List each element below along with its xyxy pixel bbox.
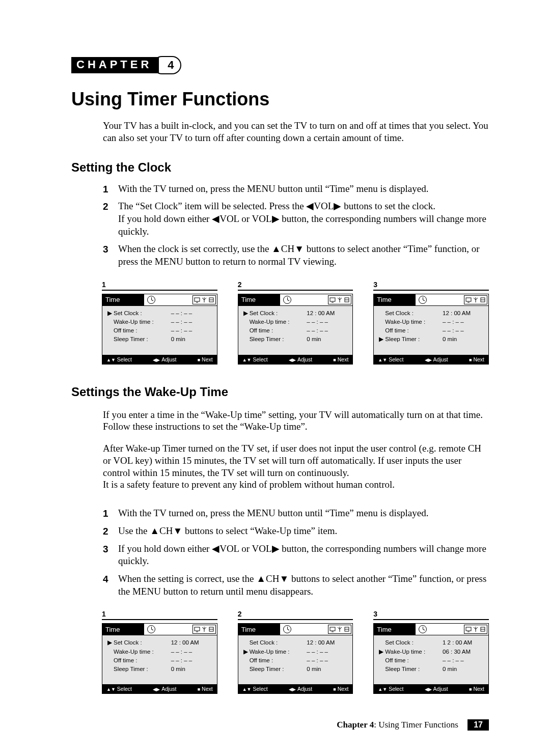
osd-row-label: Off time : [385, 326, 443, 335]
footer-chapter-label: Chapter 4 [337, 720, 374, 730]
osd-row-value: 1 2 : 00 AM [443, 638, 483, 647]
osd-footer-select: ▲▼Select [242, 356, 268, 362]
osd-row-value: 12 : 00 AM [307, 309, 347, 318]
osd-body: Set Clock :12 : 00 AMWake-Up time :– – :… [374, 306, 488, 355]
tv-icon [329, 626, 336, 632]
osd-mode-icons [464, 295, 487, 304]
osd-row-value: – – : – – [443, 326, 483, 335]
osd-row-value: 12 : 00 AM [443, 309, 483, 318]
osd-footer: ▲▼Select◀▶Adjust■Next [102, 355, 217, 364]
osd-title: Time [374, 624, 416, 635]
svg-rect-35 [466, 627, 471, 631]
osd-window: Time ▶Set Clock :12 : 00 AMWake-Up time … [238, 294, 353, 365]
osd-title-rest [144, 294, 217, 305]
osd-selection-caret: ▶ [107, 309, 114, 318]
osd-menu-block: 3Time Set Clock :12 : 00 AMWake-Up time … [373, 281, 489, 365]
osd-title: Time [238, 294, 280, 305]
page-footer: Chapter 4: Using Timer Functions 17 [337, 719, 489, 731]
osd-menu-block: 1Time ▶Set Clock :– – : – –Wake-Up time … [102, 281, 217, 365]
osd-row: Off time :– – : – – [107, 326, 212, 335]
osd-row-value: – – : – – [171, 309, 212, 318]
osd-row: Off time :– – : – – [379, 326, 483, 335]
osd-footer: ▲▼Select◀▶Adjust■Next [238, 355, 353, 364]
osd-row: Sleep Timer :0 min [379, 665, 483, 674]
osd-row-label: Off time : [250, 326, 307, 335]
osd-row-label: Set Clock : [250, 309, 307, 318]
osd-selection-caret [107, 648, 114, 656]
osd-row-value: 0 min [443, 665, 483, 674]
osd-row-value: – – : – – [307, 326, 347, 335]
svg-line-25 [204, 627, 206, 629]
osd-footer: ▲▼Select◀▶Adjust■Next [102, 684, 217, 693]
osd-row-label: Off time : [385, 656, 443, 665]
osd-mode-icons [464, 625, 487, 634]
osd-titlebar: Time [238, 624, 353, 635]
osd-selection-caret: ▶ [107, 638, 114, 647]
osd-row-label: Set Clock : [114, 638, 171, 647]
page-title: Using Timer Functions [71, 89, 489, 110]
wakeup-paragraph-2: After Wake-up Timer turned on the TV set… [103, 442, 489, 491]
menu-divider [373, 290, 489, 291]
osd-row-value: – – : – – [307, 656, 347, 665]
osd-row: ▶Set Clock :– – : – – [107, 309, 212, 318]
svg-rect-28 [330, 627, 335, 631]
osd-row-value: 0 min [443, 335, 483, 344]
osd-titlebar: Time [374, 294, 488, 306]
osd-row-label: Set Clock : [250, 638, 307, 647]
settings-icon [480, 626, 486, 632]
wakeup-steps: With the TV turned on, press the MENU bu… [103, 507, 489, 598]
menu-divider [102, 619, 217, 620]
osd-footer: ▲▼Select◀▶Adjust■Next [374, 355, 488, 364]
osd-menu-block: 3Time Set Clock :1 2 : 00 AM▶Wake-Up tim… [373, 610, 489, 694]
step-item: When the setting is correct, use the ▲CH… [103, 573, 489, 598]
osd-row: Set Clock :12 : 00 AM [243, 638, 348, 647]
osd-row-label: Sleep Timer : [250, 335, 307, 344]
svg-rect-7 [330, 298, 335, 301]
osd-selection-caret: ▶ [379, 335, 385, 344]
chapter-banner: CHAPTER 4 [71, 56, 489, 74]
menu-divider [373, 619, 489, 620]
menu-divider [238, 290, 353, 291]
osd-title: Time [102, 624, 144, 635]
osd-row-label: Set Clock : [385, 638, 443, 647]
osd-selection-caret [243, 335, 250, 344]
osd-row: ▶Set Clock :12 : 00 AM [107, 638, 212, 647]
clock-icon [419, 625, 427, 633]
osd-selection-caret [379, 318, 385, 326]
osd-row: Set Clock :1 2 : 00 AM [379, 638, 483, 647]
osd-titlebar: Time [238, 294, 353, 306]
tv-icon [194, 297, 200, 303]
osd-footer-adjust: ◀▶Adjust [153, 686, 176, 692]
osd-body: ▶Set Clock :– – : – –Wake-Up time :– – :… [102, 306, 217, 355]
osd-footer-adjust: ◀▶Adjust [289, 686, 312, 692]
osd-menu-block: 2Time ▶Set Clock :12 : 00 AMWake-Up time… [238, 281, 353, 365]
osd-row-label: Set Clock : [385, 309, 443, 318]
osd-row-label: Off time : [114, 326, 171, 335]
wakeup-paragraph-1: If you enter a time in the “Wake-Up time… [103, 409, 489, 433]
osd-row-value: – – : – – [443, 656, 483, 665]
osd-row-label: Sleep Timer : [114, 665, 171, 674]
osd-window: Time Set Clock :1 2 : 00 AM▶Wake-Up time… [373, 623, 489, 694]
osd-selection-caret [243, 318, 250, 326]
osd-row: Sleep Timer :0 min [243, 335, 348, 344]
osd-row-value: – – : – – [171, 318, 212, 326]
osd-row-value: 0 min [307, 335, 347, 344]
osd-row-value: 12 : 00 AM [307, 638, 347, 647]
osd-footer: ▲▼Select◀▶Adjust■Next [238, 684, 353, 693]
osd-row: ▶Set Clock :12 : 00 AM [243, 309, 348, 318]
osd-body: Set Clock :12 : 00 AM▶Wake-Up time :– – … [238, 635, 353, 684]
svg-line-24 [202, 627, 204, 629]
osd-selection-caret [243, 326, 250, 335]
menu-divider [102, 290, 217, 291]
osd-footer-next: ■Next [198, 686, 213, 692]
osd-row-value: – – : – – [307, 648, 347, 656]
menu-step-number: 2 [238, 610, 353, 618]
osd-title: Time [374, 294, 416, 305]
osd-footer-adjust: ◀▶Adjust [153, 356, 176, 362]
osd-body: ▶Set Clock :12 : 00 AMWake-Up time :– – … [102, 635, 217, 684]
osd-row-value: 06 : 30 AM [443, 648, 483, 656]
svg-line-11 [340, 298, 342, 300]
osd-selection-caret [379, 326, 385, 335]
osd-mode-icons [328, 295, 351, 304]
osd-row-label: Wake-Up time : [114, 318, 171, 326]
